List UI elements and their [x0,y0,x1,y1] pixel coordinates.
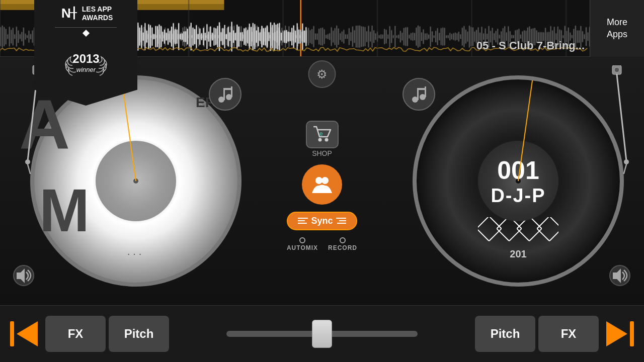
right-cue-button[interactable] [403,78,435,111]
center-panel: e SHOP Sync [282,111,362,251]
svg-point-32 [624,159,629,164]
svg-line-31 [617,74,626,161]
right-artist-name: D-J-P [491,185,545,207]
track-name: 05 - S Club 7-Bring... [476,39,585,52]
record-dot [340,237,346,243]
right-music-icon [410,85,428,103]
right-speaker-button[interactable] [609,264,631,289]
right-fx-button[interactable]: FX [538,316,599,352]
svg-marker-42 [606,321,627,346]
users-icon [312,175,332,193]
left-cue-button[interactable] [209,78,242,111]
bottom-bar: FX Pitch Pitch FX [0,305,644,362]
shop-label: SHOP [312,149,332,157]
sync-lines-icon [298,218,308,224]
svg-text:2013: 2013 [72,52,99,65]
left-record-letter-m: M [39,180,90,240]
svg-point-22 [315,177,323,184]
automix-dot [299,237,305,243]
right-play-button[interactable] [599,314,639,354]
sync-button[interactable]: Sync [287,212,357,230]
svg-rect-34 [478,217,502,241]
automix-button[interactable]: AUTOMIX [287,237,318,251]
svg-point-19 [318,138,322,141]
svg-point-12 [25,159,30,164]
svg-rect-18 [223,88,232,90]
crossfader-section [169,331,475,337]
record-button[interactable]: RECORD [328,237,357,251]
svg-text:winner: winner [76,66,96,73]
shop-button[interactable]: e SHOP [306,121,339,157]
svg-rect-43 [630,321,634,346]
social-button[interactable] [302,164,342,205]
right-play-icon [601,316,636,351]
left-music-icon [216,85,234,103]
award-text: LES APP AWARDS [82,5,113,22]
right-fx-pitch-group: Pitch FX [475,316,599,352]
right-sub-number: 201 [510,248,526,260]
shop-cart-icon: e [306,121,339,148]
right-deck-area: 001 D-J-P 201 [397,60,644,302]
award-diamond-icon [82,30,89,37]
award-logo-icon: N [59,4,78,23]
left-deck-area: A M EP2 ... [0,60,247,302]
gear-icon: ⚙ [316,67,328,81]
svg-point-30 [614,67,619,72]
left-play-button[interactable] [5,314,45,354]
award-divider [55,27,117,28]
record-label: RECORD [328,244,357,251]
svg-rect-37 [537,217,558,241]
award-badge: N LES APP AWARDS [34,0,137,106]
more-apps-button[interactable]: More Apps [590,0,644,57]
automix-label: AUTOMIX [287,244,318,251]
left-play-icon [8,316,43,351]
left-record-dots: ... [127,246,145,257]
svg-line-33 [624,164,626,173]
svg-text:e: e [319,130,323,137]
left-record-label [96,141,176,221]
right-tonearm-icon [596,65,636,176]
right-record[interactable]: 001 D-J-P 201 [413,75,624,287]
left-pitch-button[interactable]: Pitch [109,316,169,352]
crossfader-track[interactable] [226,331,418,337]
svg-marker-41 [17,321,38,346]
right-pitch-button[interactable]: Pitch [475,316,535,352]
left-fx-button[interactable]: FX [45,316,106,352]
svg-point-20 [325,138,329,141]
svg-line-13 [28,164,30,173]
sync-lines-icon-right [336,218,346,224]
left-fx-pitch-group: FX Pitch [45,316,169,352]
settings-gear-button[interactable]: ⚙ [308,60,336,88]
award-wreath: 2013 winner [58,37,114,92]
crossfader-thumb[interactable] [312,320,332,348]
svg-rect-28 [417,88,426,90]
svg-rect-40 [10,321,14,346]
svg-point-23 [321,177,329,184]
top-bar: N LES APP AWARDS [0,0,644,57]
sync-label: Sync [311,216,333,226]
automix-record-row: AUTOMIX RECORD [282,237,362,251]
